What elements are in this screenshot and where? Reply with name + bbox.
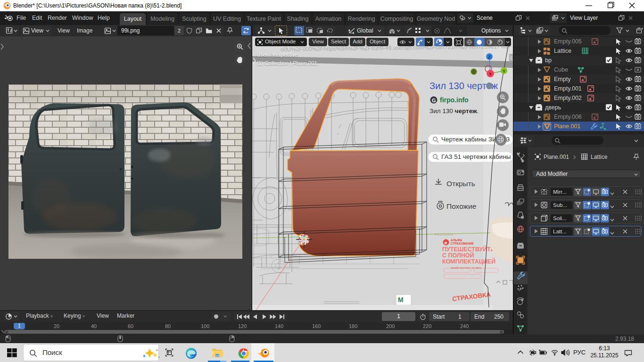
svg-text:С ПОЛНОЙ: С ПОЛНОЙ <box>442 252 474 259</box>
svg-text:G: G <box>432 98 436 103</box>
svg-text:АЛЬФА: АЛЬФА <box>451 239 462 242</box>
svg-text:M: M <box>398 296 404 304</box>
svg-text:ГАЗ 51 чертежи кабины: ГАЗ 51 чертежи кабины <box>441 153 511 160</box>
svg-text:РЕКЛАМА: РЕКЛАМА <box>435 233 454 236</box>
svg-text:Зил 130 чертеж.: Зил 130 чертеж. <box>429 107 479 115</box>
svg-text:Похожие: Похожие <box>446 202 476 210</box>
svg-text:α: α <box>445 240 447 245</box>
svg-text:Z: Z <box>488 55 491 59</box>
svg-text:firpo.info: firpo.info <box>440 96 469 104</box>
svg-text:Y: Y <box>503 69 505 74</box>
svg-text:X: X <box>489 72 492 76</box>
svg-text:КОМПЛЕКТАЦИЕЙ: КОМПЛЕКТАЦИЕЙ <box>442 258 495 265</box>
svg-text:СТРАХОВАНИЕ: СТРАХОВАНИЕ <box>451 242 474 245</box>
svg-text:Открыть: Открыть <box>446 180 475 188</box>
svg-text:онлайн выплаты на карту: онлайн выплаты на карту <box>451 266 482 269</box>
